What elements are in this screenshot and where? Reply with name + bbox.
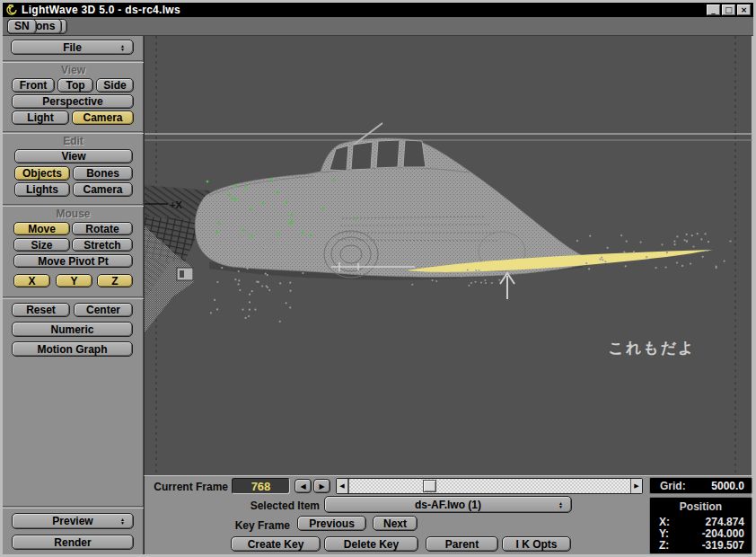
- view-top-button[interactable]: Top: [57, 78, 93, 93]
- axis-x-button[interactable]: X: [13, 274, 50, 287]
- mouse-stretch-button[interactable]: Stretch: [72, 238, 133, 252]
- axis-z-button[interactable]: Z: [97, 274, 133, 287]
- edit-lights-button[interactable]: Lights: [14, 182, 70, 197]
- view-section-label: View: [3, 64, 144, 76]
- edit-view-button[interactable]: View: [14, 149, 133, 164]
- dropdown-arrows-icon: ▲▼: [120, 517, 125, 525]
- axis-y-button[interactable]: Y: [56, 274, 92, 287]
- view-front-button[interactable]: Front: [12, 78, 55, 93]
- reset-button[interactable]: Reset: [12, 303, 70, 317]
- numeric-button[interactable]: Numeric: [12, 322, 133, 337]
- dropdown-arrows-icon: ▲▼: [558, 501, 563, 508]
- bottom-controls: Current Frame 768 ◀ ▶ ◀ ▶ Grid: 5000.0 S…: [144, 475, 752, 554]
- slider-right-arrow[interactable]: ▶: [630, 479, 642, 493]
- view-camera-button[interactable]: Camera: [72, 111, 134, 125]
- lightwave-logo-icon: [6, 4, 17, 15]
- divider: [3, 131, 144, 134]
- current-frame-label: Current Frame: [145, 481, 228, 493]
- grid-label: Grid:: [660, 480, 686, 492]
- grid-info-box: Grid: 5000.0: [649, 477, 752, 494]
- view-light-button[interactable]: Light: [12, 111, 69, 125]
- title-bar[interactable]: LightWave 3D 5.0 - ds-rc4.lws _ □ ×: [3, 3, 753, 17]
- sidebar: File ▲▼ View Front Top Side Perspective …: [3, 36, 144, 554]
- car-wireframe-object[interactable]: [195, 123, 591, 278]
- light-object[interactable]: [177, 268, 193, 280]
- edit-camera-button[interactable]: Camera: [73, 182, 133, 197]
- divider: [3, 296, 144, 299]
- slider-track[interactable]: [348, 479, 631, 493]
- parent-button[interactable]: Parent: [426, 536, 498, 552]
- annotation-text: これもだよ: [593, 338, 710, 358]
- center-button[interactable]: Center: [74, 303, 133, 317]
- axis-label: +X: [170, 199, 182, 210]
- grid-value: 5000.0: [711, 480, 744, 492]
- create-key-button[interactable]: Create Key: [231, 536, 321, 552]
- position-z-label: Z:: [659, 540, 669, 552]
- dropdown-arrows-icon: ▲▼: [120, 44, 125, 51]
- edit-bones-button[interactable]: Bones: [73, 166, 133, 181]
- position-z-value: -319.507: [702, 540, 744, 552]
- selected-item-label: Selected Item: [218, 500, 320, 512]
- viewport-scene: +X: [145, 36, 752, 475]
- motion-graph-button[interactable]: Motion Graph: [12, 341, 133, 357]
- divider: [3, 204, 144, 207]
- menu-sn[interactable]: SN: [7, 19, 37, 34]
- annotation-arrow-icon: [500, 273, 514, 299]
- slider-thumb[interactable]: [423, 480, 436, 492]
- render-button[interactable]: Render: [12, 535, 134, 550]
- view-side-button[interactable]: Side: [96, 78, 134, 93]
- mouse-size-button[interactable]: Size: [13, 238, 70, 252]
- current-frame-field[interactable]: 768: [232, 478, 290, 494]
- position-title: Position: [650, 500, 752, 513]
- slider-left-arrow[interactable]: ◀: [337, 479, 348, 493]
- mouse-section-label: Mouse: [3, 208, 144, 220]
- frame-slider[interactable]: ◀ ▶: [336, 478, 643, 494]
- mouse-move-button[interactable]: Move: [13, 222, 70, 235]
- selected-item-dropdown[interactable]: ds-AF.lwo (1) ▲▼: [324, 496, 572, 513]
- lightwave-window: LightWave 3D 5.0 - ds-rc4.lws _ □ × Scen…: [0, 0, 756, 557]
- delete-key-button[interactable]: Delete Key: [324, 536, 418, 552]
- mouse-rotate-button[interactable]: Rotate: [72, 222, 133, 235]
- next-key-button[interactable]: Next: [373, 516, 418, 531]
- previous-key-button[interactable]: Previous: [297, 516, 366, 531]
- frame-back-button[interactable]: ◀: [294, 479, 312, 493]
- frame-forward-button[interactable]: ▶: [313, 479, 330, 493]
- key-frame-label: Key Frame: [189, 519, 290, 532]
- edit-objects-button[interactable]: Objects: [14, 166, 70, 181]
- view-perspective-button[interactable]: Perspective: [12, 94, 134, 109]
- divider: [3, 506, 144, 508]
- preview-dropdown[interactable]: Preview ▲▼: [12, 513, 134, 529]
- ik-opts-button[interactable]: I K Opts: [502, 536, 571, 552]
- move-pivot-button[interactable]: Move Pivot Pt: [13, 254, 133, 268]
- file-dropdown[interactable]: File ▲▼: [11, 40, 134, 55]
- menu-bar: Scene Objects Surfaces Images Lights Cam…: [3, 17, 753, 36]
- minimize-button[interactable]: _: [707, 4, 720, 15]
- maximize-button[interactable]: □: [722, 4, 735, 15]
- position-info-box: Position X: 274.874 Y: -204.000 Z: -319.…: [649, 497, 752, 554]
- camera-viewport[interactable]: +X: [144, 36, 752, 475]
- divider: [3, 60, 144, 63]
- window-title: LightWave 3D 5.0 - ds-rc4.lws: [22, 4, 180, 16]
- edit-section-label: Edit: [3, 135, 144, 147]
- close-button[interactable]: ×: [737, 4, 751, 15]
